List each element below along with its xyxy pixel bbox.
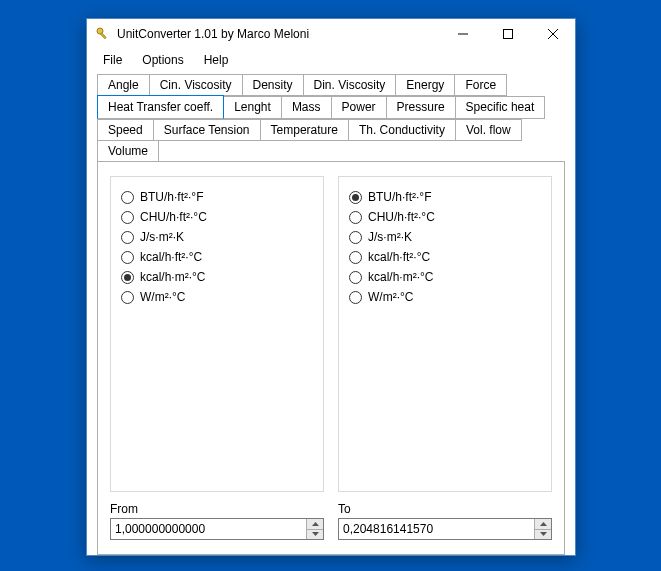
tab-content: BTU/h·ft²·°FCHU/h·ft²·°CJ/s·m²·Kkcal/h·f… [97, 161, 565, 555]
to-spinner [534, 519, 551, 539]
tab-angle[interactable]: Angle [97, 74, 150, 96]
to-unit-option[interactable]: J/s·m²·K [349, 227, 541, 247]
minimize-button[interactable] [440, 20, 485, 48]
from-unit-panel: BTU/h·ft²·°FCHU/h·ft²·°CJ/s·m²·Kkcal/h·f… [110, 176, 324, 492]
tab-power[interactable]: Power [331, 96, 387, 119]
radio-icon [349, 271, 362, 284]
tab-heat-transfer-coeff[interactable]: Heat Transfer coeff. [97, 95, 224, 119]
tab-cin-viscosity[interactable]: Cin. Viscosity [149, 74, 243, 96]
to-unit-label: BTU/h·ft²·°F [368, 190, 431, 204]
tab-volume[interactable]: Volume [97, 140, 159, 161]
radio-icon [121, 191, 134, 204]
tab-density[interactable]: Density [242, 74, 304, 96]
tabstrip: AngleCin. ViscosityDensityDin. Viscosity… [87, 73, 575, 161]
from-spinner [306, 519, 323, 539]
from-unit-label: CHU/h·ft²·°C [140, 210, 207, 224]
to-unit-label: W/m²·°C [368, 290, 413, 304]
to-unit-label: kcal/h·ft²·°C [368, 250, 430, 264]
tab-force[interactable]: Force [454, 74, 507, 96]
close-button[interactable] [530, 20, 575, 48]
svg-rect-1 [100, 33, 107, 40]
from-unit-label: BTU/h·ft²·°F [140, 190, 203, 204]
app-window: UnitConverter 1.01 by Marco Meloni File … [86, 18, 576, 556]
to-unit-option[interactable]: CHU/h·ft²·°C [349, 207, 541, 227]
tab-lenght[interactable]: Lenght [223, 96, 282, 119]
maximize-button[interactable] [485, 20, 530, 48]
to-label: To [338, 502, 552, 516]
to-unit-label: CHU/h·ft²·°C [368, 210, 435, 224]
tab-vol-flow[interactable]: Vol. flow [455, 119, 522, 141]
radio-icon [121, 211, 134, 224]
tab-temperature[interactable]: Temperature [260, 119, 349, 141]
from-unit-option[interactable]: BTU/h·ft²·°F [121, 187, 313, 207]
menu-file[interactable]: File [95, 51, 130, 69]
radio-icon [349, 251, 362, 264]
svg-marker-9 [540, 532, 547, 536]
from-unit-label: J/s·m²·K [140, 230, 184, 244]
to-unit-option[interactable]: BTU/h·ft²·°F [349, 187, 541, 207]
tab-speed[interactable]: Speed [97, 119, 154, 141]
from-spin-down[interactable] [307, 530, 323, 540]
menu-help[interactable]: Help [196, 51, 237, 69]
to-spin-down[interactable] [535, 530, 551, 540]
to-unit-label: kcal/h·m²·°C [368, 270, 433, 284]
radio-icon [121, 251, 134, 264]
from-spin-up[interactable] [307, 519, 323, 530]
tab-energy[interactable]: Energy [395, 74, 455, 96]
to-unit-option[interactable]: kcal/h·m²·°C [349, 267, 541, 287]
radio-icon [349, 231, 362, 244]
tab-surface-tension[interactable]: Surface Tension [153, 119, 261, 141]
radio-icon [121, 291, 134, 304]
to-unit-panel: BTU/h·ft²·°FCHU/h·ft²·°CJ/s·m²·Kkcal/h·f… [338, 176, 552, 492]
to-unit-option[interactable]: kcal/h·ft²·°C [349, 247, 541, 267]
tab-specific-heat[interactable]: Specific heat [455, 96, 546, 119]
from-value-box [110, 518, 324, 540]
tab-din-viscosity[interactable]: Din. Viscosity [303, 74, 397, 96]
tab-mass[interactable]: Mass [281, 96, 332, 119]
menu-options[interactable]: Options [134, 51, 191, 69]
from-unit-option[interactable]: W/m²·°C [121, 287, 313, 307]
to-spin-up[interactable] [535, 519, 551, 530]
titlebar: UnitConverter 1.01 by Marco Meloni [87, 19, 575, 49]
from-unit-label: kcal/h·m²·°C [140, 270, 205, 284]
tab-th-conductivity[interactable]: Th. Conductivity [348, 119, 456, 141]
svg-marker-8 [540, 522, 547, 526]
from-unit-option[interactable]: J/s·m²·K [121, 227, 313, 247]
from-unit-label: kcal/h·ft²·°C [140, 250, 202, 264]
svg-rect-3 [503, 30, 512, 39]
svg-marker-6 [312, 522, 319, 526]
window-title: UnitConverter 1.01 by Marco Meloni [117, 27, 309, 41]
from-unit-option[interactable]: CHU/h·ft²·°C [121, 207, 313, 227]
to-unit-option[interactable]: W/m²·°C [349, 287, 541, 307]
radio-icon [121, 271, 134, 284]
from-unit-option[interactable]: kcal/h·m²·°C [121, 267, 313, 287]
radio-icon [349, 291, 362, 304]
svg-marker-7 [312, 532, 319, 536]
radio-icon [121, 231, 134, 244]
to-value-input[interactable] [339, 519, 534, 539]
to-unit-label: J/s·m²·K [368, 230, 412, 244]
radio-icon [349, 211, 362, 224]
from-unit-label: W/m²·°C [140, 290, 185, 304]
app-icon [95, 26, 111, 42]
menubar: File Options Help [87, 49, 575, 73]
to-value-box [338, 518, 552, 540]
from-label: From [110, 502, 324, 516]
tab-pressure[interactable]: Pressure [386, 96, 456, 119]
from-unit-option[interactable]: kcal/h·ft²·°C [121, 247, 313, 267]
from-value-input[interactable] [111, 519, 306, 539]
radio-icon [349, 191, 362, 204]
